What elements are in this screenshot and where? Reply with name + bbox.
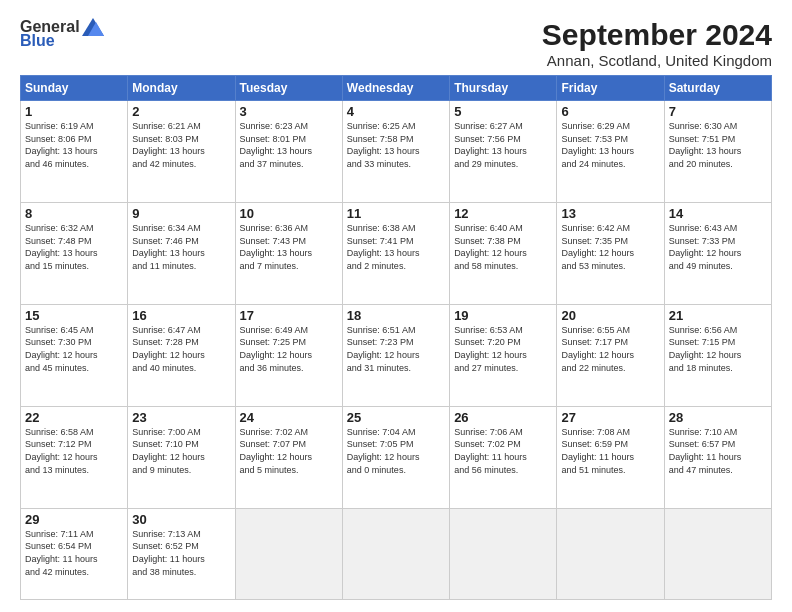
- header-tuesday: Tuesday: [235, 76, 342, 101]
- day-info: Sunrise: 6:40 AMSunset: 7:38 PMDaylight:…: [454, 222, 552, 272]
- header-friday: Friday: [557, 76, 664, 101]
- day-number: 18: [347, 308, 445, 323]
- day-number: 27: [561, 410, 659, 425]
- day-info: Sunrise: 7:10 AMSunset: 6:57 PMDaylight:…: [669, 426, 767, 476]
- table-row: 22Sunrise: 6:58 AMSunset: 7:12 PMDayligh…: [21, 406, 128, 508]
- day-info: Sunrise: 6:34 AMSunset: 7:46 PMDaylight:…: [132, 222, 230, 272]
- day-info: Sunrise: 6:38 AMSunset: 7:41 PMDaylight:…: [347, 222, 445, 272]
- table-row: 26Sunrise: 7:06 AMSunset: 7:02 PMDayligh…: [450, 406, 557, 508]
- day-number: 14: [669, 206, 767, 221]
- table-row: [342, 508, 449, 599]
- logo: General Blue: [20, 18, 104, 50]
- day-info: Sunrise: 6:19 AMSunset: 8:06 PMDaylight:…: [25, 120, 123, 170]
- day-number: 2: [132, 104, 230, 119]
- table-row: 24Sunrise: 7:02 AMSunset: 7:07 PMDayligh…: [235, 406, 342, 508]
- header-monday: Monday: [128, 76, 235, 101]
- day-info: Sunrise: 6:30 AMSunset: 7:51 PMDaylight:…: [669, 120, 767, 170]
- day-number: 6: [561, 104, 659, 119]
- table-row: 17Sunrise: 6:49 AMSunset: 7:25 PMDayligh…: [235, 304, 342, 406]
- table-row: 19Sunrise: 6:53 AMSunset: 7:20 PMDayligh…: [450, 304, 557, 406]
- day-info: Sunrise: 6:42 AMSunset: 7:35 PMDaylight:…: [561, 222, 659, 272]
- day-number: 29: [25, 512, 123, 527]
- day-info: Sunrise: 7:11 AMSunset: 6:54 PMDaylight:…: [25, 528, 123, 578]
- table-row: 8Sunrise: 6:32 AMSunset: 7:48 PMDaylight…: [21, 202, 128, 304]
- day-number: 13: [561, 206, 659, 221]
- day-info: Sunrise: 6:27 AMSunset: 7:56 PMDaylight:…: [454, 120, 552, 170]
- day-number: 7: [669, 104, 767, 119]
- day-info: Sunrise: 6:47 AMSunset: 7:28 PMDaylight:…: [132, 324, 230, 374]
- day-info: Sunrise: 7:02 AMSunset: 7:07 PMDaylight:…: [240, 426, 338, 476]
- table-row: 16Sunrise: 6:47 AMSunset: 7:28 PMDayligh…: [128, 304, 235, 406]
- table-row: 12Sunrise: 6:40 AMSunset: 7:38 PMDayligh…: [450, 202, 557, 304]
- day-number: 26: [454, 410, 552, 425]
- table-row: 9Sunrise: 6:34 AMSunset: 7:46 PMDaylight…: [128, 202, 235, 304]
- header-row: Sunday Monday Tuesday Wednesday Thursday…: [21, 76, 772, 101]
- day-info: Sunrise: 7:00 AMSunset: 7:10 PMDaylight:…: [132, 426, 230, 476]
- day-number: 22: [25, 410, 123, 425]
- header-thursday: Thursday: [450, 76, 557, 101]
- day-number: 17: [240, 308, 338, 323]
- table-row: 29Sunrise: 7:11 AMSunset: 6:54 PMDayligh…: [21, 508, 128, 599]
- header: General Blue September 2024 Annan, Scotl…: [20, 18, 772, 69]
- table-row: 5Sunrise: 6:27 AMSunset: 7:56 PMDaylight…: [450, 101, 557, 203]
- day-number: 25: [347, 410, 445, 425]
- day-number: 20: [561, 308, 659, 323]
- table-row: 1Sunrise: 6:19 AMSunset: 8:06 PMDaylight…: [21, 101, 128, 203]
- day-number: 11: [347, 206, 445, 221]
- day-info: Sunrise: 6:25 AMSunset: 7:58 PMDaylight:…: [347, 120, 445, 170]
- table-row: 7Sunrise: 6:30 AMSunset: 7:51 PMDaylight…: [664, 101, 771, 203]
- day-number: 10: [240, 206, 338, 221]
- table-row: 11Sunrise: 6:38 AMSunset: 7:41 PMDayligh…: [342, 202, 449, 304]
- day-number: 3: [240, 104, 338, 119]
- logo-icon: [82, 18, 104, 36]
- day-info: Sunrise: 7:13 AMSunset: 6:52 PMDaylight:…: [132, 528, 230, 578]
- day-info: Sunrise: 6:32 AMSunset: 7:48 PMDaylight:…: [25, 222, 123, 272]
- month-title: September 2024: [542, 18, 772, 52]
- table-row: 18Sunrise: 6:51 AMSunset: 7:23 PMDayligh…: [342, 304, 449, 406]
- day-number: 30: [132, 512, 230, 527]
- table-row: 30Sunrise: 7:13 AMSunset: 6:52 PMDayligh…: [128, 508, 235, 599]
- title-area: September 2024 Annan, Scotland, United K…: [542, 18, 772, 69]
- day-number: 23: [132, 410, 230, 425]
- table-row: 25Sunrise: 7:04 AMSunset: 7:05 PMDayligh…: [342, 406, 449, 508]
- day-number: 8: [25, 206, 123, 221]
- header-saturday: Saturday: [664, 76, 771, 101]
- table-row: 3Sunrise: 6:23 AMSunset: 8:01 PMDaylight…: [235, 101, 342, 203]
- day-info: Sunrise: 6:45 AMSunset: 7:30 PMDaylight:…: [25, 324, 123, 374]
- day-info: Sunrise: 6:56 AMSunset: 7:15 PMDaylight:…: [669, 324, 767, 374]
- day-number: 9: [132, 206, 230, 221]
- day-info: Sunrise: 6:21 AMSunset: 8:03 PMDaylight:…: [132, 120, 230, 170]
- day-info: Sunrise: 6:36 AMSunset: 7:43 PMDaylight:…: [240, 222, 338, 272]
- day-number: 21: [669, 308, 767, 323]
- day-number: 12: [454, 206, 552, 221]
- day-number: 4: [347, 104, 445, 119]
- table-row: 15Sunrise: 6:45 AMSunset: 7:30 PMDayligh…: [21, 304, 128, 406]
- day-number: 5: [454, 104, 552, 119]
- table-row: 20Sunrise: 6:55 AMSunset: 7:17 PMDayligh…: [557, 304, 664, 406]
- table-row: [557, 508, 664, 599]
- day-number: 19: [454, 308, 552, 323]
- table-row: 23Sunrise: 7:00 AMSunset: 7:10 PMDayligh…: [128, 406, 235, 508]
- table-row: 27Sunrise: 7:08 AMSunset: 6:59 PMDayligh…: [557, 406, 664, 508]
- header-sunday: Sunday: [21, 76, 128, 101]
- table-row: [664, 508, 771, 599]
- table-row: 6Sunrise: 6:29 AMSunset: 7:53 PMDaylight…: [557, 101, 664, 203]
- day-number: 28: [669, 410, 767, 425]
- calendar-table: Sunday Monday Tuesday Wednesday Thursday…: [20, 75, 772, 600]
- day-info: Sunrise: 7:04 AMSunset: 7:05 PMDaylight:…: [347, 426, 445, 476]
- table-row: 28Sunrise: 7:10 AMSunset: 6:57 PMDayligh…: [664, 406, 771, 508]
- table-row: 2Sunrise: 6:21 AMSunset: 8:03 PMDaylight…: [128, 101, 235, 203]
- table-row: 21Sunrise: 6:56 AMSunset: 7:15 PMDayligh…: [664, 304, 771, 406]
- day-info: Sunrise: 6:51 AMSunset: 7:23 PMDaylight:…: [347, 324, 445, 374]
- day-info: Sunrise: 6:55 AMSunset: 7:17 PMDaylight:…: [561, 324, 659, 374]
- calendar-page: General Blue September 2024 Annan, Scotl…: [0, 0, 792, 612]
- day-info: Sunrise: 6:53 AMSunset: 7:20 PMDaylight:…: [454, 324, 552, 374]
- table-row: 10Sunrise: 6:36 AMSunset: 7:43 PMDayligh…: [235, 202, 342, 304]
- table-row: 4Sunrise: 6:25 AMSunset: 7:58 PMDaylight…: [342, 101, 449, 203]
- table-row: 14Sunrise: 6:43 AMSunset: 7:33 PMDayligh…: [664, 202, 771, 304]
- day-info: Sunrise: 6:49 AMSunset: 7:25 PMDaylight:…: [240, 324, 338, 374]
- table-row: [235, 508, 342, 599]
- logo-blue: Blue: [20, 32, 55, 50]
- day-number: 1: [25, 104, 123, 119]
- table-row: [450, 508, 557, 599]
